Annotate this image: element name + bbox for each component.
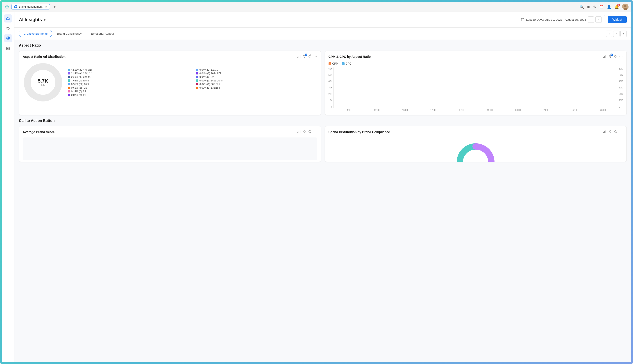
distribution-card-title: Aspect Ratio Ad Distribution — [23, 55, 66, 58]
sidebar-item-inbox[interactable] — [4, 44, 12, 52]
person-add-icon[interactable]: 👤 — [607, 5, 611, 9]
brand-score-title: Average Brand Score — [23, 130, 55, 134]
svg-rect-22 — [300, 130, 300, 133]
donut-chart-container: 5.7K Ads 42.11% (2.4K) 9:16 21.41% (1.22… — [23, 62, 317, 102]
more-icon-3[interactable]: ··· — [313, 130, 317, 134]
browser-tab[interactable]: Brand Management ✕ — [11, 4, 50, 10]
cta-cards: Average Brand Score — [19, 126, 627, 162]
bar-chart-body: 14:00 15:00 16:00 17:00 18:00 19:00 20:0… — [333, 68, 618, 111]
edit-icon[interactable]: ✎ — [593, 5, 596, 9]
bell-icon[interactable]: 🔔 1 — [614, 5, 619, 9]
filter-icon[interactable]: 8 — [303, 55, 306, 59]
svg-rect-7 — [297, 57, 298, 58]
user-avatar[interactable] — [622, 4, 628, 10]
legend-item-r6: 0.02% (1) 133:158 — [196, 86, 317, 89]
sidebar-item-tag[interactable] — [4, 24, 12, 32]
bar-icon-4[interactable] — [603, 130, 607, 134]
new-tab-button[interactable]: + — [52, 4, 57, 10]
donut-center: 5.7K Ads — [38, 78, 48, 86]
svg-rect-19 — [605, 55, 606, 58]
date-next-button[interactable]: › — [595, 16, 602, 23]
legend-item-4: 7.68% (438) 5:4 — [68, 79, 191, 82]
sidebar — [2, 12, 15, 362]
refresh-icon[interactable] — [308, 54, 312, 59]
lightbulb-icon-2[interactable] — [608, 130, 612, 134]
browser-logo — [5, 4, 10, 9]
brand-score-card-header: Average Brand Score — [23, 130, 317, 134]
bar-chart — [333, 68, 618, 108]
more-icon-2[interactable]: ··· — [619, 55, 623, 59]
refresh-icon-3[interactable] — [308, 130, 312, 134]
distribution-card-header: Aspect Ratio Ad Distribution 8 — [23, 54, 317, 59]
bar-chart-area: 60K 50K 40K 30K 20K 10K 0 — [329, 68, 623, 111]
grid-icon[interactable]: ⊞ — [587, 5, 590, 9]
tab-brand-consistency[interactable]: Brand Consistency — [52, 30, 86, 37]
tabs-prev-button[interactable]: ‹ — [606, 30, 612, 37]
legend-item-6: 0.61% (35) 2:3 — [68, 86, 191, 89]
legend-item-r1: 0.04% (2) 1.91:1 — [196, 68, 317, 71]
filter-count-badge-2: 8 — [610, 54, 613, 56]
aspect-ratio-cards: Aspect Ratio Ad Distribution 8 — [19, 50, 627, 115]
tab-close-icon[interactable]: ✕ — [45, 6, 47, 8]
refresh-icon-2[interactable] — [614, 54, 617, 59]
svg-point-23 — [303, 130, 305, 132]
svg-point-27 — [609, 130, 611, 132]
brand-score-card: Average Brand Score — [19, 126, 321, 162]
browser-tab-label: Brand Management — [19, 5, 42, 8]
donut-label: Ads — [38, 84, 48, 86]
date-range-label: Last 30 Days: July 30, 2023 - August 30,… — [526, 18, 586, 21]
page-title-container: AI Insights ▾ — [19, 17, 46, 22]
aspect-ratio-title: Aspect Ratio — [19, 44, 627, 48]
distribution-card: Aspect Ratio Ad Distribution 8 — [19, 50, 321, 115]
tab-shield-icon — [14, 5, 17, 8]
spend-dist-card-header: Spend Distribution by Brand Compliance — [329, 130, 623, 134]
svg-rect-18 — [604, 56, 605, 58]
title-dropdown-icon[interactable]: ▾ — [44, 18, 46, 22]
filter-icon-2[interactable]: 8 — [608, 55, 612, 59]
svg-rect-17 — [603, 57, 604, 58]
refresh-icon-4[interactable] — [614, 130, 617, 134]
cpm-cpc-card-actions: 8 ··· — [603, 54, 623, 59]
browser-bar: Brand Management ✕ + 🔍 ⊞ ✎ 📅 👤 🔔 1 — [2, 2, 631, 12]
calendar-icon[interactable]: 📅 — [599, 5, 604, 9]
svg-rect-26 — [605, 130, 606, 133]
sidebar-item-globe[interactable] — [4, 34, 12, 42]
legend-item-8: 0.07% (4) 4:3 — [68, 94, 191, 96]
date-range-picker[interactable]: Last 30 Days: July 30, 2023 - August 30,… — [518, 15, 605, 24]
svg-rect-24 — [603, 132, 604, 133]
content-header: AI Insights ▾ Last 30 Days: July 30, 202… — [15, 12, 631, 28]
svg-point-1 — [624, 5, 626, 7]
sidebar-item-home[interactable] — [4, 14, 12, 22]
calendar-icon — [521, 18, 524, 21]
tab-creative-elements[interactable]: Creative Elements — [19, 30, 52, 37]
spend-dist-card: Spend Distribution by Brand Compliance — [325, 126, 627, 162]
more-icon-4[interactable]: ··· — [619, 130, 623, 134]
y-axis-labels: 60K 50K 40K 30K 20K 10K 0 — [329, 68, 333, 108]
spend-dist-actions: ··· — [603, 130, 623, 134]
more-icon[interactable]: ··· — [313, 55, 317, 59]
legend-item-3: 26.9% (1.53K) 4:5 — [68, 76, 191, 78]
search-icon[interactable]: 🔍 — [579, 5, 584, 9]
brand-score-chart-area — [23, 138, 317, 160]
brand-score-actions: ··· — [297, 130, 317, 134]
legend-grid: 42.11% (2.4K) 9:16 21.41% (1.22K) 1:1 26… — [68, 68, 317, 96]
bar-icon-3[interactable] — [297, 130, 301, 134]
cta-section-title: Call to Action Button — [19, 119, 627, 123]
donut-value: 5.7K — [38, 78, 48, 84]
tab-emotional-appeal[interactable]: Emotional Appeal — [86, 30, 118, 37]
cpm-cpc-card-title: CPM & CPC by Aspect Ratio — [329, 55, 371, 58]
bar-icon[interactable] — [603, 54, 607, 59]
bar-chart-icon[interactable] — [297, 54, 301, 59]
legend-cpm: CPM — [329, 62, 339, 65]
cpm-cpc-card-header: CPM & CPC by Aspect Ratio 8 — [329, 54, 623, 59]
tabs-next-button[interactable]: › — [613, 30, 619, 37]
tabs-add-button[interactable]: + — [620, 30, 627, 37]
legend-left: 42.11% (2.4K) 9:16 21.41% (1.22K) 1:1 26… — [68, 68, 191, 96]
widget-button[interactable]: Widget — [608, 16, 627, 23]
notification-badge: 1 — [617, 4, 620, 6]
date-nav: ‹ › — [588, 16, 602, 23]
date-prev-button[interactable]: ‹ — [588, 16, 594, 23]
page-title: AI Insights — [19, 17, 42, 22]
lightbulb-icon[interactable] — [303, 130, 306, 134]
cpm-cpc-card: CPM & CPC by Aspect Ratio 8 — [325, 50, 627, 115]
